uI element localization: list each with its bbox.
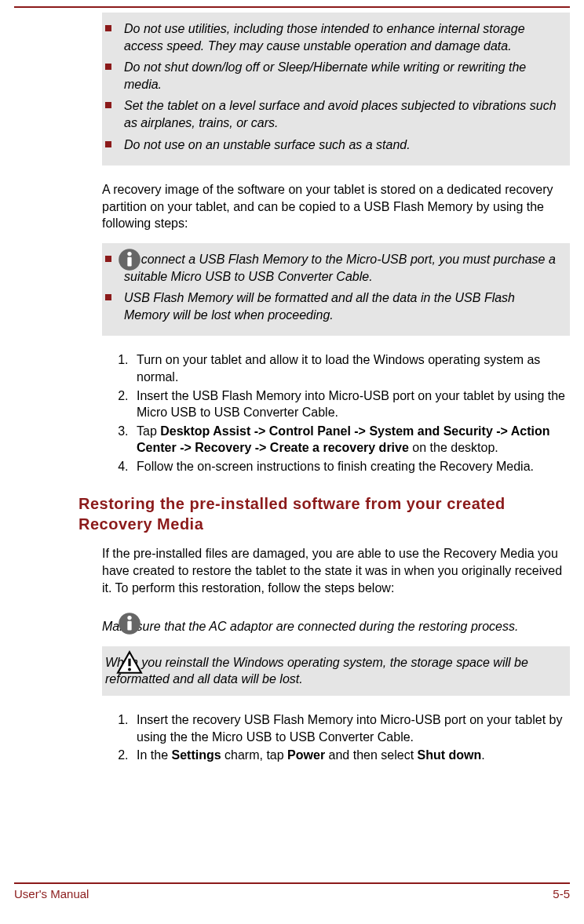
svg-point-4 (127, 616, 131, 620)
list-item: In the Settings charm, tap Power and the… (132, 747, 570, 764)
step-bold: Settings (171, 748, 221, 762)
step-mid: and then select (325, 748, 417, 762)
list-item: Insert the recovery USB Flash Memory int… (132, 711, 570, 745)
svg-point-7 (128, 668, 131, 671)
bullet-text: Do not use utilities, including those in… (124, 20, 562, 54)
info-icon (116, 626, 143, 639)
list-item: Follow the on-screen instructions to fin… (132, 458, 570, 475)
footer-right: 5-5 (553, 887, 570, 900)
list-item: Tap Desktop Assist -> Control Panel -> S… (132, 423, 570, 457)
header-rule (14, 6, 570, 8)
page-footer: User's Manual 5-5 (14, 882, 570, 900)
step-text: Follow the on-screen instructions to fin… (137, 460, 534, 473)
bullet-text: Set the tablet on a level surface and av… (124, 97, 562, 131)
section-heading: Restoring the pre-installed software fro… (78, 493, 570, 534)
bullet-icon (105, 64, 111, 70)
step-text: Turn on your tablet and allow it to load… (137, 353, 540, 384)
restore-intro: If the pre-installed files are damaged, … (102, 545, 570, 596)
footer-left: User's Manual (14, 887, 89, 900)
bullet-icon (105, 141, 111, 147)
svg-point-1 (127, 252, 131, 256)
info-icon (116, 262, 143, 275)
bullet-icon (105, 256, 111, 262)
bullet-item: Do not use utilities, including those in… (102, 20, 562, 54)
svg-rect-5 (127, 621, 131, 631)
steps-list-restore: Insert the recovery USB Flash Memory int… (102, 711, 570, 764)
list-item: Turn on your tablet and allow it to load… (132, 351, 570, 385)
step-text: Insert the USB Flash Memory into Micro-U… (137, 389, 565, 420)
list-item: Insert the USB Flash Memory into Micro-U… (132, 387, 570, 421)
warning-icon (116, 665, 143, 678)
step-text: Insert the recovery USB Flash Memory int… (137, 713, 562, 744)
svg-rect-2 (127, 257, 131, 267)
bullet-item: Do not shut down/log off or Sleep/Hibern… (102, 59, 562, 93)
bullet-icon (105, 102, 111, 108)
caution-box-top: Do not use utilities, including those in… (102, 13, 570, 166)
bullet-text: Do not use on an unstable surface such a… (124, 136, 562, 154)
bullet-item: Set the tablet on a level surface and av… (102, 97, 562, 131)
bullet-icon (105, 25, 111, 31)
bullet-icon (105, 294, 111, 300)
step-bold: Shut down (418, 748, 482, 762)
bullet-text: Do not shut down/log off or Sleep/Hibern… (124, 59, 562, 93)
steps-list-create: Turn on your tablet and allow it to load… (102, 351, 570, 475)
step-mid: charm, tap (221, 748, 287, 762)
recovery-intro: A recovery image of the software on your… (102, 181, 570, 232)
bullet-text: USB Flash Memory will be formatted and a… (124, 289, 562, 323)
step-post: on the desktop. (409, 441, 498, 454)
bullet-item: USB Flash Memory will be formatted and a… (102, 289, 562, 323)
bullet-item: Do not use on an unstable surface such a… (102, 136, 562, 154)
svg-rect-6 (128, 659, 130, 667)
step-post: . (481, 748, 484, 762)
step-bold: Power (287, 748, 325, 762)
step-pre: Tap (137, 424, 160, 438)
step-pre: In the (137, 748, 171, 762)
